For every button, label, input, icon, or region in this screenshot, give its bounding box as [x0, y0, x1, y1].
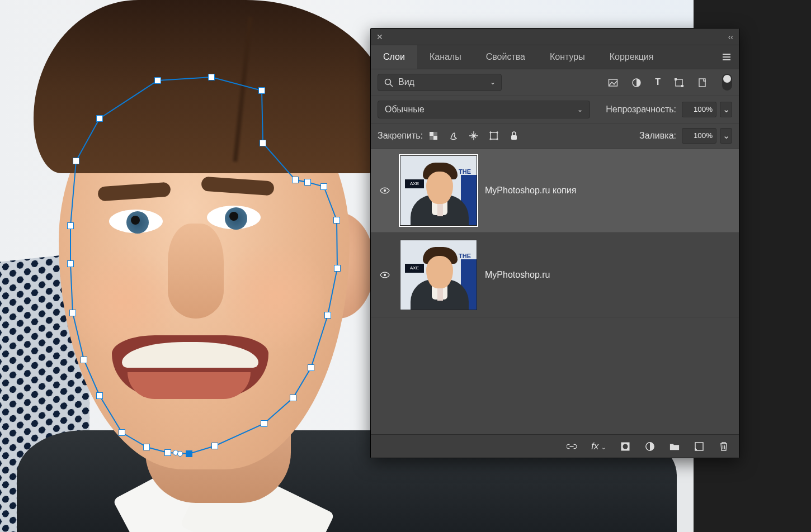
tab-каналы[interactable]: Каналы [417, 45, 474, 69]
layer-thumbnail: THEAXE [400, 155, 477, 226]
tab-контуры[interactable]: Контуры [537, 45, 597, 69]
svg-line-1 [390, 84, 393, 87]
path-anchor[interactable] [211, 443, 218, 449]
svg-rect-10 [433, 132, 437, 136]
svg-rect-8 [430, 132, 433, 136]
path-anchor[interactable] [67, 222, 74, 229]
path-anchor[interactable] [258, 87, 265, 94]
layer-name: MyPhotoshop.ru копия [485, 186, 576, 196]
path-anchor[interactable] [290, 395, 296, 401]
path-anchor[interactable] [304, 179, 311, 186]
blend-mode-value: Обычные [385, 104, 425, 115]
svg-point-17 [623, 444, 628, 449]
new-layer-icon[interactable] [694, 441, 704, 452]
chevron-down-icon: ⌄ [490, 78, 496, 86]
visibility-toggle[interactable] [378, 186, 392, 196]
path-anchor[interactable] [324, 312, 331, 319]
layers-panel: ✕ ‹‹ СлоиКаналыСвойстваКонтурыКоррекция … [370, 28, 739, 458]
opacity-input[interactable] [682, 102, 716, 117]
image-filter-icon[interactable] [608, 77, 618, 88]
lock-label: Закрепить: [378, 131, 423, 141]
collapse-icon[interactable]: ‹‹ [728, 32, 733, 41]
opacity-label: Непрозрачность: [606, 104, 676, 115]
layer-row[interactable]: THEAXEMyPhotoshop.ru [371, 233, 739, 317]
close-icon[interactable]: ✕ [376, 32, 383, 41]
path-anchor[interactable] [320, 183, 327, 190]
path-anchor[interactable] [164, 449, 171, 456]
type-filter-icon[interactable]: T [655, 77, 661, 88]
path-anchor[interactable] [260, 140, 266, 146]
svg-point-0 [385, 79, 391, 84]
path-segment-point[interactable] [177, 451, 183, 457]
trash-icon[interactable] [719, 441, 729, 452]
lock-all-icon[interactable] [509, 130, 519, 141]
search-icon [384, 77, 394, 88]
mask-icon[interactable] [620, 441, 630, 452]
link-icon[interactable] [567, 441, 577, 452]
svg-rect-5 [675, 78, 677, 80]
visibility-toggle[interactable] [378, 270, 392, 280]
tab-свойства[interactable]: Свойства [474, 45, 537, 69]
layer-kind-label: Вид [398, 77, 414, 87]
group-icon[interactable] [669, 441, 680, 452]
path-anchor[interactable] [154, 77, 161, 84]
smart-filter-icon[interactable] [697, 77, 708, 88]
path-anchor[interactable] [334, 265, 341, 272]
svg-rect-7 [699, 79, 705, 87]
lock-position-icon[interactable] [469, 130, 479, 141]
fill-input[interactable] [682, 128, 716, 144]
path-anchor[interactable] [208, 74, 215, 80]
layer-row[interactable]: THEAXEMyPhotoshop.ru копия [371, 149, 739, 233]
layers-list: THEAXEMyPhotoshop.ru копияTHEAXEMyPhotos… [371, 149, 739, 317]
lock-transparency-icon[interactable] [428, 130, 438, 141]
path-anchor[interactable] [186, 450, 192, 457]
blend-mode-select[interactable]: Обычные ⌄ [378, 101, 590, 118]
panel-footer: fx ⌄ [371, 434, 739, 458]
path-anchor[interactable] [81, 357, 87, 363]
lock-paint-icon[interactable] [449, 130, 459, 141]
fill-stepper[interactable]: ⌄ [720, 128, 732, 144]
svg-rect-9 [433, 136, 437, 140]
path-anchor[interactable] [292, 177, 299, 183]
path-anchor[interactable] [96, 115, 103, 122]
fill-label: Заливка: [639, 131, 676, 141]
layer-kind-select[interactable]: Вид ⌄ [378, 74, 502, 91]
layer-name: MyPhotoshop.ru [485, 270, 550, 280]
opacity-stepper[interactable]: ⌄ [720, 102, 732, 117]
lock-artboard-icon[interactable] [489, 130, 499, 141]
path-anchor[interactable] [73, 158, 79, 164]
svg-rect-11 [430, 136, 433, 140]
path-anchor[interactable] [308, 364, 314, 371]
path-anchor[interactable] [67, 260, 74, 267]
path-anchor[interactable] [119, 429, 125, 436]
adjustment-icon[interactable] [645, 441, 655, 452]
svg-rect-13 [511, 135, 517, 140]
panel-menu-button[interactable] [714, 45, 739, 69]
svg-rect-12 [491, 132, 497, 139]
filter-toggle[interactable] [722, 74, 732, 91]
path-anchor[interactable] [69, 310, 76, 316]
svg-point-14 [384, 189, 386, 192]
layer-thumbnail: THEAXE [400, 240, 477, 310]
path-anchor[interactable] [96, 392, 103, 399]
tab-коррекция[interactable]: Коррекция [597, 45, 666, 69]
path-anchor[interactable] [261, 420, 267, 427]
adjust-filter-icon[interactable] [631, 77, 642, 88]
svg-point-15 [384, 274, 386, 276]
chevron-down-icon: ⌄ [577, 106, 583, 113]
fx-icon[interactable]: fx ⌄ [591, 441, 606, 452]
tab-слои[interactable]: Слои [371, 45, 417, 69]
shape-filter-icon[interactable] [674, 77, 684, 88]
panel-tabs: СлоиКаналыСвойстваКонтурыКоррекция [371, 45, 739, 69]
svg-rect-6 [681, 85, 683, 87]
path-anchor[interactable] [143, 444, 150, 450]
path-anchor[interactable] [333, 217, 340, 224]
